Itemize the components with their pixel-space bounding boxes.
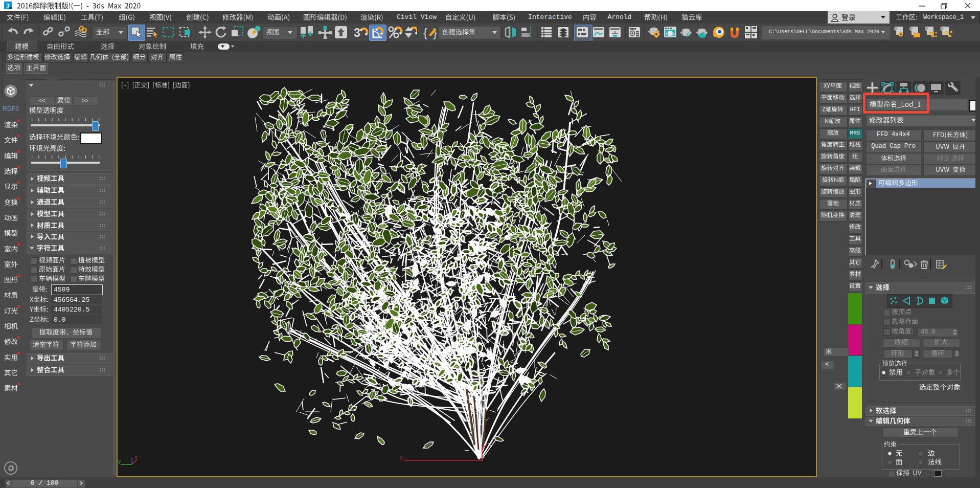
svg-text:{: {: [423, 26, 427, 39]
svg-text:y: y: [400, 454, 403, 460]
svg-text:z: z: [480, 376, 482, 382]
svg-text:3: 3: [354, 26, 360, 39]
